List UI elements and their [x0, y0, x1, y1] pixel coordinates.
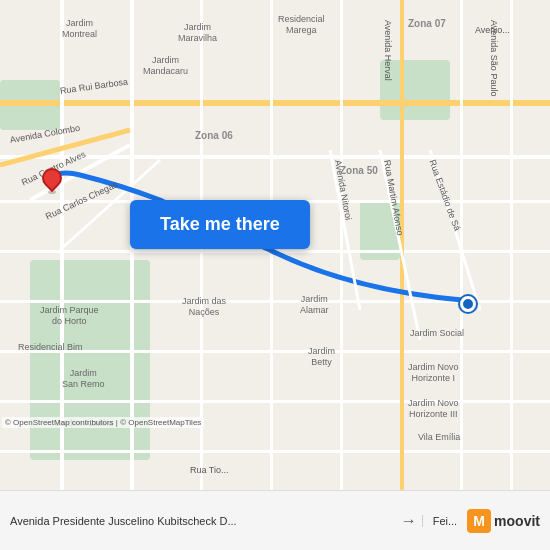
- neighborhood-alamar: JardimAlamar: [300, 294, 329, 316]
- moovit-icon: M: [467, 509, 491, 533]
- neighborhood-marega: ResidencialMarega: [278, 14, 325, 36]
- copyright-text: © OpenStreetMap contributors | © OpenStr…: [2, 417, 204, 428]
- road-v7: [460, 0, 463, 490]
- road-v8: [510, 0, 513, 490]
- neighborhood-residencial-bim: Residencial Bim: [18, 342, 83, 353]
- road-h1: [0, 155, 550, 159]
- destination-marker: [460, 296, 476, 312]
- road-h3: [0, 250, 550, 253]
- road-v5: [340, 0, 343, 490]
- neighborhood-horto: Jardim Parquedo Horto: [40, 305, 99, 327]
- take-me-there-button[interactable]: Take me there: [130, 200, 310, 249]
- zone-label-07: Zona 07: [408, 18, 446, 29]
- road-herval: [400, 0, 404, 490]
- neighborhood-jardim-social: Jardim Social: [410, 328, 464, 339]
- road-h6: [0, 400, 550, 403]
- road-rui-barbosa: [0, 100, 550, 106]
- zone-label-06: Zona 06: [195, 130, 233, 141]
- moovit-text: moovit: [494, 513, 540, 529]
- origin-marker: [42, 168, 62, 194]
- origin-address: Avenida Presidente Juscelino Kubitscheck…: [10, 515, 396, 527]
- zone-label-50: Zona 50: [340, 165, 378, 176]
- neighborhood-horizonte-1: Jardim NovoHorizonte I: [408, 362, 459, 384]
- destination-address: Fei...: [422, 515, 467, 527]
- neighborhood-horizonte-3: Jardim NovoHorizonte III: [408, 398, 459, 420]
- neighborhood-mandacaru: JardimMandacaru: [143, 55, 188, 77]
- park-area-3: [380, 60, 450, 120]
- neighborhood-nacoes: Jardim dasNações: [182, 296, 226, 318]
- map-container: Rua Rui Barbosa Avenida Colombo Rua Cast…: [0, 0, 550, 490]
- arrow-icon: →: [401, 512, 417, 530]
- neighborhood-san-remo: JardimSan Remo: [62, 368, 105, 390]
- bottom-bar: Avenida Presidente Juscelino Kubitscheck…: [0, 490, 550, 550]
- neighborhood-betty: JardimBetty: [308, 346, 335, 368]
- neighborhood-vila-emilia: Vila Emília: [418, 432, 460, 443]
- road-h7: [0, 450, 550, 453]
- neighborhood-maravilha: JardimMaravilha: [178, 22, 217, 44]
- neighborhood-montreal: JardimMontreal: [62, 18, 97, 40]
- moovit-logo: M moovit: [467, 509, 540, 533]
